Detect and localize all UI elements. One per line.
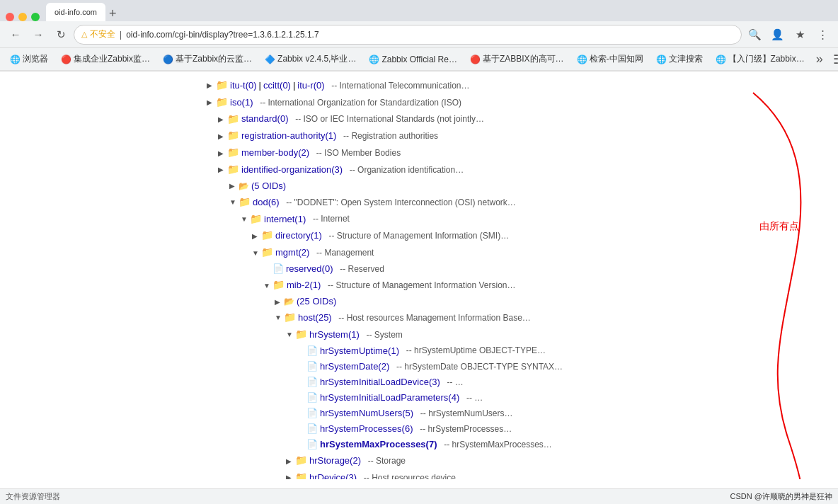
tree-link-standard[interactable]: standard(0): [241, 111, 288, 127]
tree-link-itu-r[interactable]: itu-r(0): [297, 78, 324, 93]
status-right: CSDN @许顺晓的男神是狂神: [730, 491, 832, 502]
bookmark-zabbix1[interactable]: 🔴 集成企业Zabbix监…: [57, 52, 154, 67]
minimize-button[interactable]: [18, 13, 27, 21]
bookmark-zabbix4[interactable]: 🌐 Zabbix Official Re…: [365, 53, 461, 66]
tree-link-dod[interactable]: dod(6): [253, 195, 280, 210]
address-bar[interactable]: △ 不安全 | oid-info.com/cgi-bin/display?tre…: [74, 25, 742, 45]
tree-desc-directory: -- Structure of Management Information (…: [324, 229, 509, 243]
zoom-button[interactable]: 🔍: [745, 25, 764, 45]
expand-icon-mib2[interactable]: ▼: [263, 280, 270, 292]
bookmark-label-7: 检索-中国知网: [590, 53, 643, 65]
tree-row-mgmt: ▼ 📁 mgmt(2) -- Management: [8, 244, 830, 261]
bookmarks-more-button[interactable]: »: [813, 52, 826, 67]
expand-icon[interactable]: ▶: [207, 79, 214, 91]
folder-icon-iso: 📁: [216, 94, 228, 111]
bookmark-icon-4: 🔷: [265, 55, 275, 64]
expand-icon-directory[interactable]: ▶: [252, 230, 259, 242]
expand-icon-25oids[interactable]: ▶: [275, 296, 282, 308]
tree-link-25oids[interactable]: (25 OIDs): [297, 294, 336, 309]
expand-icon-iso[interactable]: ▶: [207, 96, 214, 108]
tree-row-identified: ▶ 📁 identified-organization(3) -- Organi…: [8, 161, 830, 178]
expand-icon-mgmt[interactable]: ▼: [252, 247, 259, 259]
expand-icon-internet[interactable]: ▼: [241, 213, 248, 225]
tree-row-maxproc: 📄 hrSystemMaxProcesses(7) -- hrSystemMax…: [8, 437, 830, 452]
folder-icon: 📁: [216, 77, 228, 94]
tree-link-maxproc[interactable]: hrSystemMaxProcesses(7): [320, 437, 437, 452]
tree-link-ccitt[interactable]: ccitt(0): [263, 78, 291, 93]
browser-tab-active[interactable]: oid-info.com: [46, 3, 105, 21]
expand-icon-hrstorage[interactable]: ▶: [286, 455, 293, 467]
expand-icon-hrdevice[interactable]: ▶: [286, 471, 293, 479]
tree-row-directory: ▶ 📁 directory(1) -- Structure of Managem…: [8, 227, 830, 244]
tree-link-hrstorage[interactable]: hrStorage(2): [309, 453, 361, 469]
expand-icon-identified[interactable]: ▶: [218, 164, 225, 176]
bookmark-zabbix5[interactable]: 🔴 基于ZABBIX的高可…: [466, 52, 568, 67]
tree-link-directory[interactable]: directory(1): [275, 228, 322, 244]
bookmark-zabbix2[interactable]: 🔵 基于Zabbix的云监…: [159, 52, 256, 67]
new-tab-button[interactable]: +: [109, 6, 117, 21]
back-button[interactable]: ←: [6, 25, 25, 45]
file-icon-processes: 📄: [306, 421, 318, 437]
tree-link-itu-t[interactable]: itu-t(0): [230, 78, 257, 93]
bookmark-zabbix6[interactable]: 🌐 【入门级】Zabbix…: [711, 52, 809, 67]
tree-link-date[interactable]: hrSystemDate(2): [320, 359, 389, 374]
bookmark-icon-2: 🔴: [61, 55, 71, 64]
tree-row-itu: ▶ 📁 itu-t(0) | ccitt(0) | itu-r(0) -- In…: [8, 77, 830, 94]
tree-row-date: 📄 hrSystemDate(2) -- hrSystemDate OBJECT…: [8, 359, 830, 374]
expand-icon-standard[interactable]: ▶: [218, 113, 225, 125]
close-button[interactable]: [6, 13, 14, 21]
expand-icon-5oids[interactable]: ▶: [229, 180, 236, 192]
tree-link-internet[interactable]: internet(1): [264, 212, 306, 227]
tree-row-5oids: ▶ 📂 (5 OIDs): [8, 178, 830, 194]
tree-link-member[interactable]: member-body(2): [241, 145, 309, 161]
tree-row-mib2: ▼ 📁 mib-2(1) -- Structure of Management …: [8, 277, 830, 294]
tree-row-internet: ▼ 📁 internet(1) -- Internet: [8, 211, 830, 228]
expand-icon-hrsystem[interactable]: ▼: [286, 328, 293, 340]
tree-link-loadparam[interactable]: hrSystemInitialLoadParameters(4): [320, 390, 459, 406]
tree-row-25oids: ▶ 📂 (25 OIDs): [8, 294, 830, 309]
bookmark-star[interactable]: ★: [790, 25, 810, 45]
bookmark-zabbix3[interactable]: 🔷 Zabbix v2.4.5,毕业…: [260, 52, 360, 67]
maximize-button[interactable]: [31, 13, 40, 21]
expand-icon-reg[interactable]: ▶: [218, 130, 225, 142]
file-icon-loadparam: 📄: [306, 390, 318, 406]
tree-row-processes: 📄 hrSystemProcesses(6) -- hrSystemProces…: [8, 421, 830, 437]
tree-row-numusers: 📄 hrSystemNumUsers(5) -- hrSystemNumUser…: [8, 406, 830, 421]
tree-desc-reg: -- Registration authorities: [338, 129, 438, 143]
nav-bar: ← → ↻ △ 不安全 | oid-info.com/cgi-bin/displ…: [0, 21, 838, 48]
bookmark-icon-9: 🌐: [716, 55, 726, 64]
folder-icon-member: 📁: [227, 144, 239, 161]
tree-link-5oids[interactable]: (5 OIDs): [251, 178, 286, 194]
expand-icon-dod[interactable]: ▼: [229, 196, 236, 208]
sep: |: [259, 78, 261, 93]
tree-link-loaddev[interactable]: hrSystemInitialLoadDevice(3): [320, 374, 440, 390]
tree-desc-loadparam: -- …: [461, 391, 483, 405]
tree-link-uptime[interactable]: hrSystemUptime(1): [320, 343, 399, 359]
reload-button[interactable]: ↻: [51, 25, 71, 45]
tree-link-hrdevice[interactable]: hrDevice(3): [309, 470, 357, 479]
tree-link-reserved[interactable]: reserved(0): [286, 261, 333, 277]
folder-icon-reg: 📁: [227, 127, 239, 144]
tree-desc: -- International Telecommunication…: [327, 79, 470, 93]
tree-link-host[interactable]: host(25): [298, 310, 332, 326]
expand-icon-host[interactable]: ▼: [275, 311, 282, 323]
folder-icon-mib2: 📁: [272, 277, 285, 294]
forward-button[interactable]: →: [28, 25, 48, 45]
tree-link-numusers[interactable]: hrSystemNumUsers(5): [320, 406, 413, 421]
tree-link-mib2[interactable]: mib-2(1): [287, 277, 321, 293]
bookmark-icon-7: 🌐: [577, 55, 587, 64]
tree-link-processes[interactable]: hrSystemProcesses(6): [320, 421, 413, 437]
tree-link-hrsystem[interactable]: hrSystem(1): [309, 327, 360, 343]
tree-link-iso[interactable]: iso(1): [230, 95, 253, 110]
bookmark-cnki[interactable]: 🌐 检索-中国知网: [573, 52, 648, 67]
bookmark-browser[interactable]: 🌐 浏览器: [6, 52, 52, 67]
tree-row-member: ▶ 📁 member-body(2) -- ISO Member Bodies: [8, 144, 830, 161]
bookmark-wenjin[interactable]: 🌐 文津搜索: [652, 52, 707, 67]
profile-button[interactable]: 👤: [767, 25, 787, 45]
tree-link-identified[interactable]: identified-organization(3): [241, 162, 343, 178]
apps-grid-button[interactable]: ☷: [833, 52, 838, 67]
menu-button[interactable]: ⋮: [813, 25, 832, 45]
tree-link-mgmt[interactable]: mgmt(2): [275, 245, 309, 260]
expand-icon-member[interactable]: ▶: [218, 147, 225, 159]
tree-link-reg[interactable]: registration-authority(1): [241, 128, 336, 144]
